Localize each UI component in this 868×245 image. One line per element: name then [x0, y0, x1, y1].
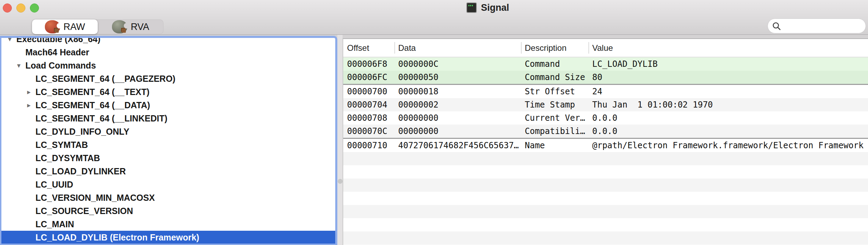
- sidebar-item-label: LC_LOAD_DYLIB (Electron Framework): [35, 232, 199, 243]
- cell-data: 00000000: [394, 126, 521, 136]
- sidebar-item[interactable]: ▸LC_SEGMENT_64 (__TEXT): [1, 85, 335, 98]
- cell-data: 00000050: [394, 72, 521, 82]
- sidebar-item-label: LC_SEGMENT_64 (__DATA): [35, 100, 150, 110]
- sidebar-item[interactable]: LC_SYMTAB: [1, 138, 335, 151]
- sidebar-item[interactable]: LC_VERSION_MIN_MACOSX: [1, 191, 335, 204]
- chevron-right-icon[interactable]: ▸: [25, 101, 33, 109]
- sidebar-item[interactable]: LC_DYLD_INFO_ONLY: [1, 125, 335, 138]
- sidebar-item[interactable]: LC_DYSYMTAB: [1, 151, 335, 165]
- window-title: Signal: [481, 2, 509, 13]
- sidebar-item-label: LC_VERSION_MIN_MACOSX: [35, 193, 155, 203]
- table-header: OffsetDataDescriptionValue: [343, 39, 868, 57]
- cell-data: 00000002: [394, 100, 521, 110]
- content-area: ▾Executable (X86_64)Mach64 Header▾Load C…: [0, 35, 868, 245]
- cell-description: Time Stamp: [521, 100, 588, 110]
- empty-rows-stripes: [343, 152, 868, 245]
- table-row[interactable]: 0000070C00000000Compatibili…0.0.0: [343, 125, 868, 139]
- detail-pane: OffsetDataDescriptionValue 000006F800000…: [343, 35, 868, 245]
- window-title-group: Signal: [466, 1, 509, 14]
- cell-value: @rpath/Electron Framework.framework/Elec…: [588, 141, 868, 150]
- cell-offset: 000006FC: [343, 72, 394, 82]
- sidebar-item[interactable]: ▸LC_SEGMENT_64 (__DATA): [1, 98, 335, 112]
- cell-description: Command: [521, 59, 588, 69]
- table-row[interactable]: 000006FC00000050Command Size80: [343, 71, 868, 85]
- sidebar-item[interactable]: LC_SEGMENT_64 (__LINKEDIT): [1, 112, 335, 125]
- table-row[interactable]: 000007104072706174682F456C65637…Name@rpa…: [343, 139, 868, 152]
- search-input[interactable]: [784, 18, 866, 33]
- cell-data: 4072706174682F456C65637…: [394, 141, 521, 150]
- column-header-data[interactable]: Data: [394, 39, 521, 57]
- sidebar-item[interactable]: LC_LOAD_DYLINKER: [1, 165, 335, 178]
- sidebar-item-label: LC_SYMTAB: [35, 140, 88, 150]
- apple-red-icon: [45, 20, 60, 33]
- chevron-down-icon[interactable]: ▾: [15, 61, 23, 70]
- cell-offset: 0000070C: [343, 126, 394, 136]
- sidebar-item[interactable]: Mach64 Header: [1, 46, 335, 59]
- table-body: 000006F80000000CCommandLC_LOAD_DYLIB0000…: [343, 57, 868, 152]
- search-field[interactable]: [767, 18, 866, 33]
- sidebar-item-label: LC_SEGMENT_64 (__PAGEZERO): [35, 74, 175, 84]
- titlebar: Signal RAW RVA: [0, 0, 868, 35]
- splitter-dimple-icon: [338, 179, 343, 184]
- machoview-window: Signal RAW RVA: [0, 0, 868, 245]
- sidebar-item[interactable]: LC_LOAD_DYLIB (Electron Framework): [1, 231, 335, 244]
- fields-table: OffsetDataDescriptionValue 000006F800000…: [343, 38, 868, 245]
- sidebar-item[interactable]: LC_MAIN: [1, 218, 335, 231]
- table-row[interactable]: 0000070000000018Str Offset24: [343, 85, 868, 98]
- apple-gray-icon: [112, 20, 127, 33]
- table-row[interactable]: 0000070800000000Current Ver…0.0.0: [343, 111, 868, 125]
- sidebar-item[interactable]: ▾Executable (X86_64): [1, 36, 335, 46]
- cell-value: 0.0.0: [588, 126, 868, 136]
- executable-app-icon: [466, 2, 477, 13]
- mach-o-outline-tree: ▾Executable (X86_64)Mach64 Header▾Load C…: [1, 36, 335, 244]
- search-icon: [772, 22, 781, 31]
- traffic-lights: [3, 3, 39, 13]
- sidebar-item[interactable]: LC_SOURCE_VERSION: [1, 204, 335, 218]
- sidebar-item-label: LC_UUID: [35, 180, 73, 190]
- rva-segment-button[interactable]: RVA: [98, 19, 163, 34]
- raw-segment-label: RAW: [64, 22, 85, 32]
- column-header-description[interactable]: Description: [521, 39, 588, 57]
- raw-segment-button[interactable]: RAW: [32, 19, 98, 34]
- column-header-value[interactable]: Value: [588, 39, 868, 57]
- cell-description: Str Offset: [521, 87, 588, 96]
- cell-offset: 000006F8: [343, 59, 394, 69]
- cell-value: LC_LOAD_DYLIB: [588, 59, 868, 69]
- cell-value: 0.0.0: [588, 113, 868, 123]
- sidebar-item-label: LC_SEGMENT_64 (__TEXT): [35, 87, 150, 97]
- sidebar-item-label: LC_DYSYMTAB: [35, 153, 100, 163]
- sidebar-item-label: LC_LOAD_DYLINKER: [35, 166, 126, 176]
- chevron-right-icon[interactable]: ▸: [25, 88, 33, 96]
- cell-data: 00000000: [394, 113, 521, 123]
- cell-description: Command Size: [521, 72, 588, 82]
- column-header-offset[interactable]: Offset: [343, 39, 394, 57]
- cell-offset: 00000700: [343, 87, 394, 96]
- cell-value: Thu Jan 1 01:00:02 1970: [588, 100, 868, 110]
- zoom-button[interactable]: [30, 3, 39, 13]
- address-mode-segmented-control: RAW RVA: [32, 19, 163, 34]
- cell-offset: 00000710: [343, 141, 394, 150]
- chevron-down-icon[interactable]: ▾: [6, 36, 14, 43]
- table-row[interactable]: 000006F80000000CCommandLC_LOAD_DYLIB: [343, 57, 868, 71]
- minimize-button[interactable]: [16, 3, 25, 13]
- sidebar-item-label: LC_DYLD_INFO_ONLY: [35, 127, 129, 137]
- sidebar-item-label: Mach64 Header: [25, 47, 89, 57]
- cell-data: 0000000C: [394, 59, 521, 69]
- table-row[interactable]: 0000070400000002Time StampThu Jan 1 01:0…: [343, 98, 868, 111]
- pane-splitter[interactable]: [337, 35, 343, 245]
- sidebar-item[interactable]: LC_UUID: [1, 178, 335, 191]
- cell-value: 24: [588, 87, 868, 96]
- sidebar-item-label: LC_MAIN: [35, 219, 74, 229]
- cell-value: 80: [588, 72, 868, 82]
- rva-segment-label: RVA: [131, 22, 149, 32]
- sidebar-item[interactable]: ▾Load Commands: [1, 59, 335, 72]
- cell-description: Current Ver…: [521, 113, 588, 123]
- cell-data: 00000018: [394, 87, 521, 96]
- cell-description: Name: [521, 141, 588, 150]
- sidebar-item-label: Executable (X86_64): [16, 36, 101, 44]
- close-button[interactable]: [3, 3, 12, 13]
- cell-description: Compatibili…: [521, 126, 588, 136]
- sidebar-item[interactable]: LC_SEGMENT_64 (__PAGEZERO): [1, 72, 335, 85]
- sidebar-item-label: LC_SOURCE_VERSION: [35, 206, 133, 216]
- cell-offset: 00000704: [343, 100, 394, 110]
